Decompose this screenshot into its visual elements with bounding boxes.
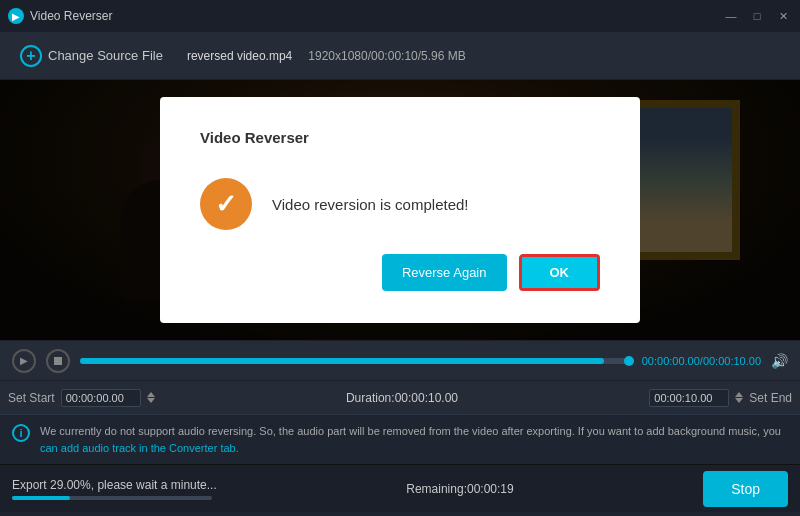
app-title: Video Reverser bbox=[30, 9, 113, 23]
file-info: reversed video.mp4 1920x1080/00:00:10/5.… bbox=[187, 49, 466, 63]
progress-fill bbox=[80, 358, 604, 364]
check-circle: ✓ bbox=[200, 178, 252, 230]
duration-label: Duration:00:00:10.00 bbox=[346, 391, 458, 405]
dialog-overlay: Video Reverser ✓ Video reversion is comp… bbox=[0, 80, 800, 340]
toolbar: + Change Source File reversed video.mp4 … bbox=[0, 32, 800, 80]
dialog-title: Video Reverser bbox=[200, 129, 600, 146]
spinner-up-icon bbox=[147, 392, 155, 397]
spinner-down-icon-end bbox=[735, 398, 743, 403]
set-start-controls: Set Start bbox=[8, 389, 155, 407]
title-bar-left: ▶ Video Reverser bbox=[8, 8, 113, 24]
spinner-up-icon-end bbox=[735, 392, 743, 397]
dialog-content: ✓ Video reversion is completed! bbox=[200, 178, 600, 230]
progress-track[interactable] bbox=[80, 358, 632, 364]
info-line1: We currently do not support audio revers… bbox=[40, 425, 781, 437]
export-info: Export 29.00%, please wait a minute... bbox=[12, 478, 217, 500]
info-link[interactable]: can add audio track in the Converter tab… bbox=[40, 442, 239, 454]
maximize-button[interactable]: □ bbox=[748, 7, 766, 25]
time-display: 00:00:00.00/00:00:10.00 bbox=[642, 355, 761, 367]
ok-button[interactable]: OK bbox=[519, 254, 601, 291]
title-bar: ▶ Video Reverser — □ ✕ bbox=[0, 0, 800, 32]
timeline-bar: ▶ 00:00:00.00/00:00:10.00 🔊 bbox=[0, 340, 800, 380]
file-metadata: 1920x1080/00:00:10/5.96 MB bbox=[308, 49, 465, 63]
reverse-again-button[interactable]: Reverse Again bbox=[382, 254, 507, 291]
dialog-buttons: Reverse Again OK bbox=[200, 254, 600, 291]
controls-row: Set Start Duration:00:00:10.00 Set End bbox=[0, 380, 800, 414]
spinner-down-icon bbox=[147, 398, 155, 403]
volume-icon[interactable]: 🔊 bbox=[771, 353, 788, 369]
export-bar: Export 29.00%, please wait a minute... R… bbox=[0, 464, 800, 512]
play-button[interactable]: ▶ bbox=[12, 349, 36, 373]
set-end-controls: Set End bbox=[649, 389, 792, 407]
set-end-label: Set End bbox=[749, 391, 792, 405]
export-progress-fill bbox=[12, 496, 70, 500]
info-text: We currently do not support audio revers… bbox=[40, 423, 781, 456]
export-status-text: Export 29.00%, please wait a minute... bbox=[12, 478, 217, 492]
dialog-message: Video reversion is completed! bbox=[272, 196, 469, 213]
stop-square-icon bbox=[54, 357, 62, 365]
stop-circle-button[interactable] bbox=[46, 349, 70, 373]
plus-icon: + bbox=[20, 45, 42, 67]
export-progress-bar bbox=[12, 496, 212, 500]
start-time-spinner[interactable] bbox=[147, 392, 155, 403]
file-name: reversed video.mp4 bbox=[187, 49, 292, 63]
set-start-label: Set Start bbox=[8, 391, 55, 405]
stop-button[interactable]: Stop bbox=[703, 471, 788, 507]
checkmark-icon: ✓ bbox=[215, 189, 237, 220]
end-time-input[interactable] bbox=[649, 389, 729, 407]
progress-thumb bbox=[624, 356, 634, 366]
start-time-input[interactable] bbox=[61, 389, 141, 407]
app-icon: ▶ bbox=[8, 8, 24, 24]
close-button[interactable]: ✕ bbox=[774, 7, 792, 25]
info-banner: i We currently do not support audio reve… bbox=[0, 414, 800, 464]
minimize-button[interactable]: — bbox=[722, 7, 740, 25]
video-area: Video Reverser ✓ Video reversion is comp… bbox=[0, 80, 800, 340]
completion-dialog: Video Reverser ✓ Video reversion is comp… bbox=[160, 97, 640, 323]
change-source-button[interactable]: + Change Source File bbox=[12, 41, 171, 71]
change-source-label: Change Source File bbox=[48, 48, 163, 63]
window-controls: — □ ✕ bbox=[722, 7, 792, 25]
info-icon: i bbox=[12, 424, 30, 442]
end-time-spinner[interactable] bbox=[735, 392, 743, 403]
remaining-text: Remaining:00:00:19 bbox=[406, 482, 513, 496]
